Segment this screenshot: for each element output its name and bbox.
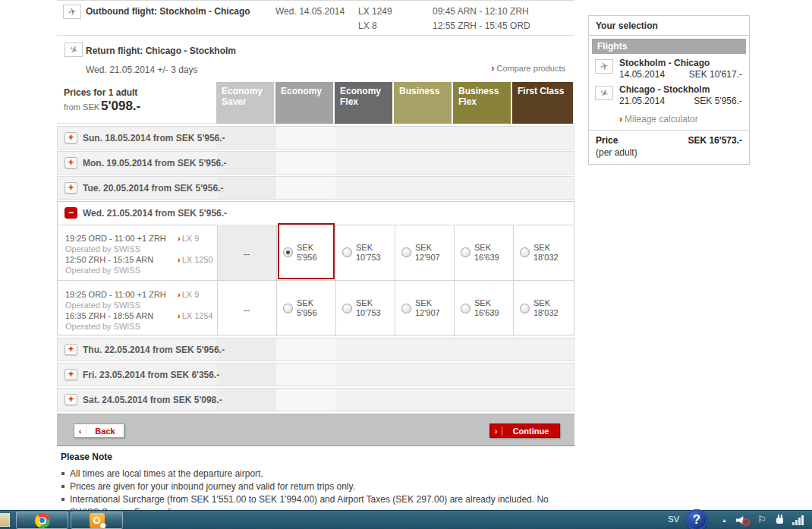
column-shade (276, 364, 335, 386)
expand-button[interactable]: + (65, 344, 77, 355)
action-bar: ‹ Back › Continue (57, 414, 574, 446)
date-row-tue[interactable]: + Tue. 20.05.2014 from SEK 5'956.- (57, 176, 574, 200)
column-economy-flex: Economy Flex (335, 82, 392, 124)
link-arrow-icon: › (619, 114, 622, 124)
column-shade (217, 364, 276, 386)
power-plug-icon[interactable] (774, 515, 785, 525)
expand-button[interactable]: + (65, 182, 77, 194)
prices-title: Prices for 1 adult (64, 87, 137, 98)
outbound-flight-title: Outbound flight: Stockholm - Chicago (86, 6, 250, 17)
your-selection-title: Your selection (589, 16, 749, 36)
back-button[interactable]: ‹ Back (74, 424, 124, 438)
divider (589, 130, 749, 131)
back-arrow-icon: ‹ (74, 427, 87, 436)
radio-button[interactable] (283, 304, 293, 313)
selected-return-route: Chicago - Stockholm (619, 84, 710, 95)
expand-button[interactable]: + (65, 369, 77, 380)
column-business: Business (394, 82, 452, 124)
column-shade (276, 177, 335, 199)
column-shade (276, 152, 335, 174)
no-fare: -- (217, 249, 276, 260)
outbound-flight-number-2: LX 8 (358, 20, 377, 31)
column-shade (276, 338, 335, 361)
link-arrow-icon: › (178, 311, 181, 320)
outlook-taskbar-button[interactable]: O (71, 512, 123, 529)
help-question-icon[interactable]: ? (686, 509, 707, 529)
link-arrow-icon: › (492, 63, 495, 74)
please-note-section: Please Note All times are local times at… (61, 452, 568, 519)
radio-button[interactable] (461, 247, 471, 257)
radio-button[interactable] (401, 304, 411, 313)
column-shade (217, 338, 276, 361)
date-row-sat[interactable]: + Sat. 24.05.2014 from SEK 5'098.- (57, 388, 574, 411)
fare-first-class-f1[interactable]: SEK 18'032 (513, 225, 572, 280)
flights-section-header: Flights (592, 39, 746, 54)
forward-arrow-icon: › (490, 427, 502, 436)
column-shade (217, 389, 276, 411)
fare-economy-flex-f1[interactable]: SEK 10'753 (335, 225, 395, 280)
fare-economy-f1[interactable]: SEK 5'956 (276, 225, 335, 280)
action-center-flag-icon[interactable]: ⚐ (757, 514, 766, 525)
windows-taskbar: O SV ? ▲ ⚐ (0, 510, 812, 529)
date-row-fri[interactable]: + Fri. 23.05.2014 from SEK 6'356.- (57, 363, 574, 386)
arrival-plane-icon: ✈ (595, 86, 613, 100)
partial-taskbar-icon[interactable] (0, 513, 10, 527)
radio-button[interactable] (520, 304, 530, 313)
volume-muted-icon[interactable] (736, 515, 750, 526)
outbound-times-1: 09:45 ARN - 12:10 ZRH (433, 6, 529, 17)
fare-economy-flex-f2[interactable]: SEK 10'753 (335, 280, 395, 336)
continue-button[interactable]: › Continue (489, 424, 560, 438)
column-economy-saver: Economy Saver (216, 82, 274, 124)
radio-button[interactable] (461, 304, 471, 313)
fare-business-flex-f1[interactable]: SEK 16'639 (454, 225, 513, 280)
outbound-times-2: 12:55 ZRH - 15:45 ORD (433, 20, 530, 31)
column-shade (217, 127, 276, 149)
collapse-button[interactable]: − (65, 207, 77, 219)
show-hidden-icons-button[interactable]: ▲ (722, 518, 727, 523)
fare-business-flex-f2[interactable]: SEK 16'639 (454, 280, 513, 336)
selected-return-price: SEK 5'956.- (694, 96, 742, 106)
mileage-calculator-link[interactable]: ›Mileage calculator (619, 114, 698, 124)
per-adult-label: (per adult) (596, 147, 637, 158)
arrival-plane-icon: ✈ (65, 43, 83, 57)
note-item: All times are local times at the departu… (61, 468, 568, 480)
divider (57, 0, 574, 1)
selected-outbound-date: 14.05.2014 (619, 69, 665, 80)
outbound-flight-number-1: LX 1249 (358, 6, 392, 17)
your-selection-panel: Your selection Flights ✈ Stockholm - Chi… (588, 15, 750, 165)
compare-products-link[interactable]: ›Compare products (492, 63, 566, 74)
fare-business-f2[interactable]: SEK 12'907 (395, 280, 454, 336)
date-row-wed[interactable]: − Wed. 21.05.2014 from SEK 5'956.- (58, 202, 574, 225)
column-shade (217, 177, 276, 199)
screen: ✈ Outbound flight: Stockholm - Chicago W… (0, 0, 812, 529)
network-signal-icon[interactable] (792, 515, 806, 525)
date-row-sun[interactable]: + Sun. 18.05.2014 from SEK 5'956.- (57, 126, 574, 150)
expand-button[interactable]: + (65, 132, 77, 143)
departure-plane-icon: ✈ (595, 59, 613, 74)
expand-button[interactable]: + (65, 157, 77, 168)
note-item: Prices are given for your inbound journe… (61, 480, 568, 493)
fare-first-class-f2[interactable]: SEK 18'032 (513, 280, 572, 336)
divider (57, 35, 574, 36)
language-indicator[interactable]: SV (668, 515, 679, 524)
radio-button[interactable] (342, 304, 352, 313)
radio-button[interactable] (283, 247, 293, 257)
link-arrow-icon: › (178, 234, 181, 243)
date-row-thu[interactable]: + Thu. 22.05.2014 from SEK 5'956.- (57, 338, 574, 361)
expand-button[interactable]: + (65, 394, 77, 405)
price-label: Price (596, 135, 618, 146)
selected-return-date: 21.05.2014 (619, 96, 665, 106)
date-row-mon[interactable]: + Mon. 19.05.2014 from SEK 5'956.- (57, 151, 574, 175)
from-price: 5'098.- (101, 99, 140, 114)
outlook-icon: O (90, 513, 105, 528)
chrome-taskbar-button[interactable] (16, 512, 68, 529)
flight-option-1-details: 19:25 ORD - 11:00 +1 ZRH›LX 9 Operated b… (65, 233, 217, 276)
fare-business-f1[interactable]: SEK 12'907 (395, 225, 454, 280)
radio-button[interactable] (342, 247, 352, 257)
radio-button[interactable] (520, 247, 530, 257)
link-arrow-icon: › (178, 255, 181, 264)
column-economy: Economy (275, 82, 333, 124)
please-note-title: Please Note (61, 452, 568, 462)
radio-button[interactable] (401, 247, 411, 257)
fare-economy-f2[interactable]: SEK 5'956 (276, 280, 335, 336)
